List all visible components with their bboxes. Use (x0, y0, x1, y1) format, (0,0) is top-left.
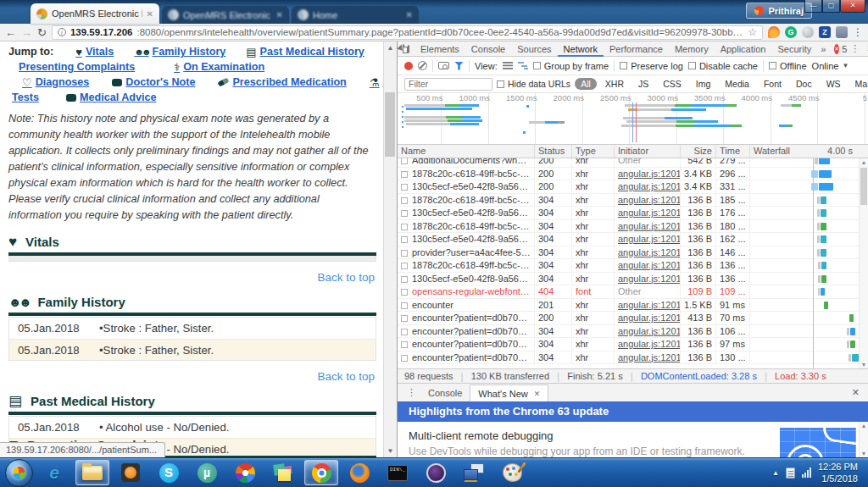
devtools-tab[interactable]: Network (558, 42, 604, 57)
column-header-waterfall[interactable]: Waterfall4.00 s (750, 145, 868, 158)
initiator-link[interactable]: angular.js:12011 (618, 247, 681, 257)
preserve-log-checkbox[interactable]: Preserve log (620, 61, 683, 71)
extension-zotero-icon[interactable]: Z (819, 26, 831, 38)
initiator-link[interactable]: Other (618, 286, 642, 296)
error-badge-icon[interactable] (834, 44, 839, 54)
checkbox-icon[interactable] (688, 62, 696, 69)
type-filter-pill[interactable]: JS (632, 78, 654, 90)
request-row[interactable]: 130c5ecf-e5e0-42f8-9a56-dc3e130... 304 x… (398, 233, 868, 246)
url-bar[interactable]: i 139.59.17.206 :8080/openmrs/inteleheal… (52, 25, 763, 40)
jump-link[interactable]: Tests (8, 91, 39, 103)
close-button[interactable]: ✕ (840, 0, 865, 13)
extension-flame-icon[interactable] (768, 26, 780, 38)
request-checkbox[interactable] (401, 210, 408, 217)
extension-sphere-icon[interactable] (802, 26, 814, 38)
initiator-link[interactable]: angular.js:12011 (618, 234, 681, 244)
request-row[interactable]: 1878c20c-c618-49ff-bc5c-e36555a... 304 x… (398, 220, 868, 234)
device-toolbar-icon[interactable] (408, 45, 409, 53)
taskbar-item[interactable] (419, 460, 453, 485)
request-checkbox[interactable] (401, 355, 408, 362)
tab-close-icon[interactable]: ✕ (147, 9, 153, 19)
scroll-down-icon[interactable]: ▼ (384, 445, 397, 457)
taskbar-item[interactable] (381, 460, 415, 485)
jump-link[interactable]: Diagnoses (22, 76, 89, 88)
tray-app-icon[interactable] (786, 468, 795, 479)
checkbox-icon[interactable] (497, 80, 504, 88)
jump-link[interactable]: Medical Advice (66, 91, 157, 103)
initiator-link[interactable]: angular.js:12011 (618, 274, 681, 284)
request-checkbox[interactable] (401, 158, 408, 164)
reload-button[interactable]: ↻ (37, 27, 47, 38)
bookmark-star-icon[interactable]: ☆ (748, 26, 757, 38)
scroll-down-icon[interactable]: ▼ (860, 451, 868, 457)
devtools-tab[interactable]: Application (715, 42, 772, 57)
taskbar-clock[interactable]: 12:26 PM 1/5/2018 (818, 461, 858, 485)
initiator-link[interactable]: angular.js:12011 (618, 195, 681, 205)
devtools-tab[interactable]: Elements (415, 42, 465, 57)
start-button[interactable] (5, 459, 33, 487)
list-view-icon[interactable] (503, 62, 513, 69)
extension-grammarly-icon[interactable]: G (785, 26, 797, 38)
request-row[interactable]: AdditionalDocuments?where={%22... 200 xh… (398, 158, 868, 168)
initiator-link[interactable]: angular.js:12011 (618, 181, 681, 191)
request-row[interactable]: encounter?patient=d0b70cee-0ee2... 304 x… (398, 325, 868, 339)
column-header-type[interactable]: Type (572, 145, 615, 158)
column-header-size[interactable]: Size (681, 145, 716, 158)
taskbar-item[interactable] (342, 460, 376, 485)
record-button[interactable] (404, 62, 413, 70)
request-checkbox[interactable] (401, 263, 408, 269)
scroll-thumb[interactable] (385, 92, 395, 157)
request-row[interactable]: encounter 201 xhr angular.js:12011 1.5 K… (398, 299, 868, 313)
request-checkbox[interactable] (401, 236, 408, 243)
request-row[interactable]: encounter?patient=d0b70cee-0ee2... 304 x… (398, 338, 868, 351)
info-icon[interactable]: i (58, 28, 66, 36)
type-filter-pill[interactable]: Font (758, 78, 787, 90)
requests-scrollbar[interactable]: ▲ ▼ (859, 158, 868, 368)
filter-input[interactable] (404, 78, 492, 91)
back-button[interactable]: ← (5, 27, 16, 38)
extension-misc-icon[interactable] (836, 26, 848, 38)
page-scrollbar[interactable]: ▲ ▼ (383, 42, 397, 457)
clear-icon[interactable] (418, 61, 427, 70)
jump-link[interactable]: Prescribed (370, 76, 383, 88)
drawer-tab-console[interactable]: Console (420, 388, 470, 398)
taskbar-item[interactable] (75, 460, 109, 485)
initiator-link[interactable]: angular.js:12011 (618, 169, 681, 179)
jump-link[interactable]: Presenting Complaints (15, 61, 135, 73)
devtools-tab[interactable]: Sources (511, 42, 557, 57)
type-filter-pill[interactable]: Manifest (849, 78, 868, 90)
jump-link[interactable]: Family History (134, 46, 225, 58)
back-to-top-link[interactable]: Back to top (8, 271, 375, 284)
initiator-link[interactable]: angular.js:12011 (618, 339, 681, 349)
type-filter-pill[interactable]: CSS (657, 78, 687, 90)
request-checkbox[interactable] (401, 289, 408, 296)
initiator-link[interactable]: angular.js:12011 (618, 313, 681, 323)
checkbox-icon[interactable] (620, 62, 627, 69)
screenshot-icon[interactable] (438, 62, 449, 69)
taskbar-item[interactable] (228, 460, 262, 485)
devtools-menu-icon[interactable]: ⋮ (847, 43, 863, 54)
drawer-tab-whats-new[interactable]: What's New✕ (470, 385, 548, 402)
jump-link[interactable]: Doctor's Note (112, 76, 195, 88)
request-checkbox[interactable] (401, 224, 408, 230)
taskbar-item[interactable] (495, 460, 529, 485)
taskbar-item[interactable] (190, 460, 224, 485)
type-filter-pill[interactable]: Img (690, 78, 717, 90)
network-signal-icon[interactable] (802, 468, 811, 478)
request-row[interactable]: 130c5ecf-e5e0-42f8-9a56-dc3e130... 200 x… (398, 180, 868, 194)
devtools-tab[interactable]: Console (465, 42, 511, 57)
taskbar-item[interactable] (152, 460, 186, 485)
hide-data-urls-checkbox[interactable]: Hide data URLs (497, 79, 570, 89)
offline-checkbox[interactable]: Offline (769, 61, 807, 71)
column-header-initiator[interactable]: Initiator (615, 145, 681, 158)
taskbar-item[interactable] (304, 460, 338, 485)
request-row[interactable]: encounter?patient=d0b70cee-0ee2... 200 x… (398, 312, 868, 325)
initiator-link[interactable]: angular.js:12011 (618, 300, 681, 310)
request-row[interactable]: 130c5ecf-e5e0-42f8-9a56-dc3e130... 304 x… (398, 207, 868, 220)
network-overview[interactable]: 500 ms1000 ms1500 ms2000 ms2500 ms3000 m… (398, 93, 868, 145)
request-row[interactable]: 1878c20c-c618-49ff-bc5c-e36555a... 304 x… (398, 194, 868, 208)
type-filter-pill[interactable]: All (575, 78, 597, 90)
taskbar-item[interactable] (266, 460, 300, 485)
request-checkbox[interactable] (401, 184, 408, 191)
browser-tab[interactable]: Home ✕ (292, 6, 419, 24)
